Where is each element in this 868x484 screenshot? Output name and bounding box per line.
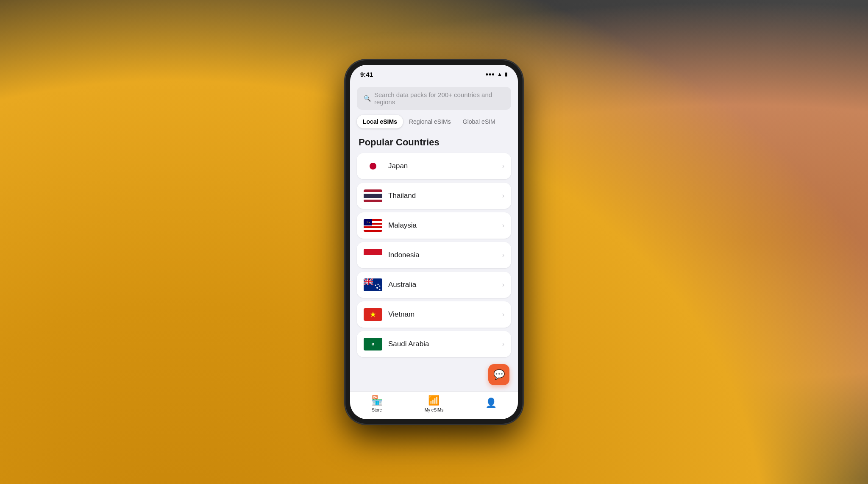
country-item-japan[interactable]: Japan › [357, 153, 511, 179]
tabs-container: Local eSIMs Regional eSIMs Global eSIM [350, 115, 518, 134]
chevron-icon-saudi-arabia: › [502, 340, 504, 348]
chevron-icon-australia: › [502, 281, 504, 289]
country-name-australia: Australia [388, 281, 416, 289]
search-icon: 🔍 [364, 95, 371, 102]
search-container: 🔍 Search data packs for 200+ countries a… [350, 83, 518, 115]
phone-device: 9:41 ●●● ▲ ▮ 🔍 Search data packs for 200… [345, 60, 523, 424]
status-icons: ●●● ▲ ▮ [485, 71, 508, 77]
flag-malaysia: ☽ ✦ [364, 219, 382, 232]
chat-fab-icon: 💬 [493, 369, 505, 380]
country-name-saudi-arabia: Saudi Arabia [388, 340, 429, 348]
account-icon: 👤 [485, 398, 497, 409]
nav-label-my-esims: My eSIMs [425, 408, 443, 412]
signal-icon: ●●● [485, 71, 495, 77]
chevron-icon-japan: › [502, 162, 504, 170]
flag-australia [364, 278, 382, 291]
status-time: 9:41 [360, 71, 373, 78]
flag-japan [364, 160, 382, 172]
nav-label-store: Store [372, 408, 382, 412]
search-bar[interactable]: 🔍 Search data packs for 200+ countries a… [357, 87, 511, 110]
my-esims-icon: 📶 [428, 395, 440, 406]
svg-point-5 [375, 285, 376, 286]
country-name-indonesia: Indonesia [388, 251, 420, 259]
search-input-placeholder[interactable]: Search data packs for 200+ countries and… [374, 91, 504, 106]
flag-indonesia [364, 249, 382, 261]
country-name-thailand: Thailand [388, 192, 416, 200]
country-scroll-list[interactable]: Popular Countries Japan › [350, 134, 518, 391]
svg-point-4 [378, 284, 379, 285]
chat-fab-button[interactable]: 💬 [488, 364, 509, 385]
chevron-icon-vietnam: › [502, 311, 504, 318]
battery-icon: ▮ [505, 71, 508, 77]
wifi-icon: ▲ [497, 71, 502, 77]
country-item-australia[interactable]: Australia › [357, 272, 511, 298]
tab-local-esims[interactable]: Local eSIMs [357, 115, 403, 128]
country-name-malaysia: Malaysia [388, 221, 417, 230]
flag-thailand [364, 189, 382, 202]
nav-item-store[interactable]: 🏪 Store [371, 395, 383, 412]
chevron-icon-malaysia: › [502, 222, 504, 229]
chevron-icon-thailand: › [502, 192, 504, 200]
country-item-thailand[interactable]: Thailand › [357, 183, 511, 209]
nav-item-my-esims[interactable]: 📶 My eSIMs [425, 395, 443, 412]
country-name-vietnam: Vietnam [388, 310, 415, 319]
country-item-vietnam[interactable]: ★ Vietnam › [357, 301, 511, 328]
country-name-japan: Japan [388, 162, 408, 170]
country-item-indonesia[interactable]: Indonesia › [357, 242, 511, 268]
flag-vietnam: ★ [364, 308, 382, 321]
status-bar: 9:41 ●●● ▲ ▮ [350, 65, 518, 83]
store-icon: 🏪 [371, 395, 383, 406]
svg-point-3 [379, 289, 381, 290]
chevron-icon-indonesia: › [502, 251, 504, 259]
flag-saudi-arabia: ﷽ [364, 338, 382, 350]
section-title: Popular Countries [359, 137, 511, 148]
svg-rect-14 [368, 278, 369, 285]
tab-global-esim[interactable]: Global eSIM [457, 115, 501, 128]
nav-item-account[interactable]: 👤 [485, 398, 497, 410]
tab-regional-esims[interactable]: Regional eSIMs [403, 115, 457, 128]
bottom-nav: 🏪 Store 📶 My eSIMs 👤 [350, 391, 518, 419]
country-item-malaysia[interactable]: ☽ ✦ Malaysia › [357, 212, 511, 239]
svg-point-1 [376, 287, 378, 289]
phone-screen: 9:41 ●●● ▲ ▮ 🔍 Search data packs for 200… [350, 65, 518, 419]
country-item-saudi-arabia[interactable]: ﷽ Saudi Arabia › [357, 331, 511, 357]
svg-point-2 [379, 286, 381, 287]
